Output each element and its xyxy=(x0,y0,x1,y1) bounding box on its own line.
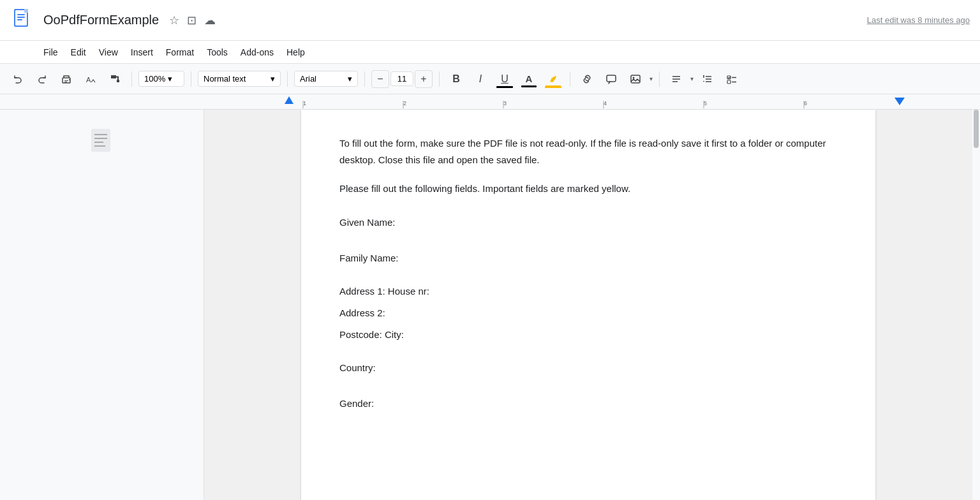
style-value: Normal text xyxy=(204,74,246,84)
given-name-field: Given Name: xyxy=(339,215,837,230)
separator-1 xyxy=(131,71,132,87)
ruler-indent-right[interactable] xyxy=(895,98,905,105)
spellcheck-button[interactable]: A xyxy=(80,69,101,89)
menu-insert[interactable]: Insert xyxy=(126,45,158,60)
document-content: To fill out the form, make sure the PDF … xyxy=(339,135,837,411)
redo-button[interactable] xyxy=(32,69,52,89)
separator-2 xyxy=(191,71,191,87)
checklist-button[interactable] xyxy=(722,69,742,89)
bold-button[interactable]: B xyxy=(446,69,466,89)
link-icon xyxy=(581,73,593,85)
toolbar: A 100% ▾ Normal text ▾ Arial ▾ − + xyxy=(0,64,980,94)
font-size-increase-button[interactable]: + xyxy=(415,70,433,88)
cloud-icon[interactable]: ☁ xyxy=(204,13,216,27)
menu-edit[interactable]: Edit xyxy=(66,45,91,60)
star-icon[interactable]: ☆ xyxy=(169,13,179,27)
line-spacing-button[interactable] xyxy=(697,69,718,89)
gender-label: Gender: xyxy=(339,398,374,409)
svg-rect-37 xyxy=(91,129,110,152)
highlight-button[interactable] xyxy=(543,69,563,89)
font-size-input[interactable] xyxy=(390,71,413,86)
postcode-city-label: Postcode: City: xyxy=(339,329,404,340)
svg-text:1: 1 xyxy=(303,100,306,107)
address2-field: Address 2: xyxy=(339,305,837,321)
line-spacing-icon xyxy=(702,73,713,85)
image-dropdown[interactable]: ▾ xyxy=(650,75,653,82)
scrollbar-right[interactable] xyxy=(972,110,980,500)
underline-button[interactable]: U xyxy=(494,69,515,89)
menu-addons[interactable]: Add-ons xyxy=(235,45,279,60)
sidebar xyxy=(0,110,204,500)
separator-5 xyxy=(439,71,440,87)
italic-button[interactable]: I xyxy=(470,69,491,89)
postcode-city-field: Postcode: City: xyxy=(339,327,837,342)
gender-field: Gender: xyxy=(339,396,837,411)
address2-label: Address 2: xyxy=(339,307,385,318)
address1-label: Address 1: House nr: xyxy=(339,286,429,297)
image-icon xyxy=(630,73,641,85)
text-color-bar xyxy=(521,85,537,87)
svg-rect-8 xyxy=(64,82,67,82)
menu-help[interactable]: Help xyxy=(281,45,310,60)
ruler-inner: 1 2 3 4 5 6 xyxy=(203,94,905,109)
move-icon[interactable]: ⊡ xyxy=(187,13,197,27)
document-area: To fill out the form, make sure the PDF … xyxy=(204,110,972,500)
svg-rect-13 xyxy=(631,75,640,83)
country-label: Country: xyxy=(339,362,376,373)
svg-rect-12 xyxy=(607,75,616,82)
link-button[interactable] xyxy=(577,69,597,89)
paint-format-icon xyxy=(109,73,121,85)
image-button[interactable] xyxy=(625,69,646,89)
font-size-decrease-button[interactable]: − xyxy=(371,70,389,88)
svg-point-9 xyxy=(69,79,70,80)
menu-file[interactable]: File xyxy=(38,45,63,60)
country-field: Country: xyxy=(339,360,837,376)
intro-text-1: To fill out the form, make sure the PDF … xyxy=(339,135,837,168)
separator-6 xyxy=(570,71,570,87)
zoom-selector[interactable]: 100% ▾ xyxy=(138,71,184,87)
style-selector[interactable]: Normal text ▾ xyxy=(198,71,281,87)
menu-view[interactable]: View xyxy=(94,45,123,60)
intro-text-2-content: Please fill out the following fields. Im… xyxy=(339,183,630,194)
svg-rect-4 xyxy=(17,19,22,20)
svg-rect-11 xyxy=(117,80,119,82)
family-name-label: Family Name: xyxy=(339,253,399,263)
align-button[interactable] xyxy=(666,69,687,89)
paint-format-button[interactable] xyxy=(105,69,125,89)
spellcheck-icon: A xyxy=(85,73,96,85)
text-color-icon: A xyxy=(526,74,533,84)
comment-button[interactable] xyxy=(601,69,621,89)
menu-tools[interactable]: Tools xyxy=(202,45,233,60)
intro-text-1-content: To fill out the form, make sure the PDF … xyxy=(339,138,826,165)
svg-text:6: 6 xyxy=(804,100,807,107)
style-dropdown-icon: ▾ xyxy=(271,74,275,84)
title-icons: ☆ ⊡ ☁ xyxy=(169,13,216,27)
document-title[interactable]: OoPdfFormExample xyxy=(43,13,159,27)
last-edit-status[interactable]: Last edit was 8 minutes ago xyxy=(867,15,970,25)
svg-text:A: A xyxy=(86,76,91,84)
document-outline-icon[interactable] xyxy=(89,128,115,158)
menu-bar: File Edit View Insert Format Tools Add-o… xyxy=(0,41,980,64)
font-size-area: − + xyxy=(371,70,433,88)
scrollbar-thumb[interactable] xyxy=(974,110,979,148)
svg-rect-2 xyxy=(17,14,25,15)
undo-button[interactable] xyxy=(8,69,28,89)
ruler: 1 2 3 4 5 6 xyxy=(0,94,980,110)
menu-format[interactable]: Format xyxy=(161,45,199,60)
zoom-dropdown-icon: ▾ xyxy=(168,74,172,84)
print-button[interactable] xyxy=(56,69,77,89)
align-dropdown[interactable]: ▾ xyxy=(690,75,694,82)
svg-text:3: 3 xyxy=(503,100,507,107)
font-selector[interactable]: Arial ▾ xyxy=(294,71,358,87)
intro-text-2: Please fill out the following fields. Im… xyxy=(339,180,837,197)
bold-icon: B xyxy=(452,73,460,85)
font-dropdown-icon: ▾ xyxy=(348,74,352,84)
separator-4 xyxy=(364,71,365,87)
undo-icon xyxy=(12,73,24,85)
text-color-button[interactable]: A xyxy=(519,69,539,89)
zoom-value: 100% xyxy=(144,74,165,84)
svg-text:4: 4 xyxy=(604,100,607,107)
svg-rect-7 xyxy=(64,80,68,81)
given-name-label: Given Name: xyxy=(339,217,396,228)
svg-rect-23 xyxy=(727,80,731,84)
